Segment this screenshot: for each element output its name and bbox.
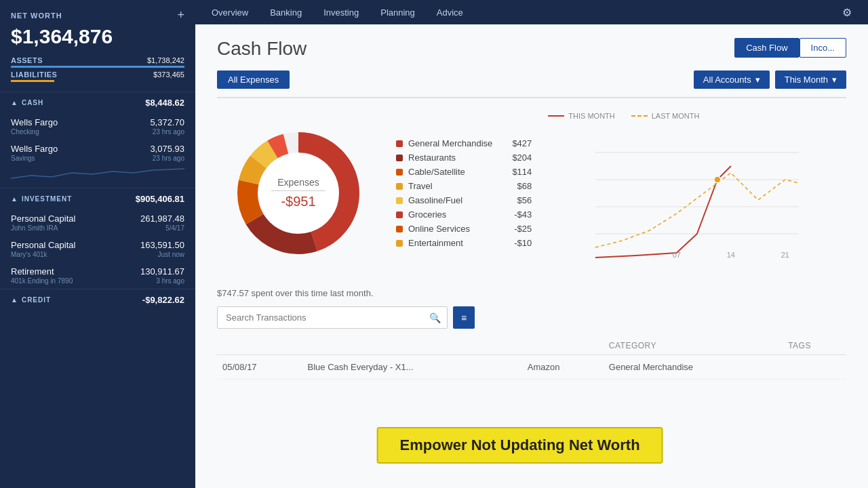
chevron-down-icon: ▾ (755, 75, 760, 85)
legend-name: Online Services (408, 224, 492, 234)
legend-name: Travel (408, 181, 492, 191)
liabilities-bar (11, 80, 54, 82)
this-month-dropdown[interactable]: This Month ▾ (775, 70, 846, 89)
personal-capital-401k[interactable]: Personal Capital Mary's 401k 163,591.50 … (0, 236, 195, 262)
wells-fargo-checking[interactable]: Wells Fargo Checking 5,372.70 23 hrs ago (0, 113, 195, 140)
cash-section: ▲ CASH $8,448.62 Wells Fargo Checking 5,… (0, 92, 195, 188)
last-month-label: LAST MONTH (652, 112, 700, 120)
cash-section-header[interactable]: ▲ CASH $8,448.62 (0, 92, 195, 113)
account-amount: 261,987.48 (140, 214, 184, 224)
legend-value: $56 (498, 195, 532, 205)
page-tab-buttons: Cash Flow Inco... (734, 38, 846, 58)
investment-arrow-icon: ▲ (11, 195, 18, 203)
legend-name: Groceries (408, 209, 492, 220)
sidebar: NET WORTH + $1,364,876 ASSETS $1,738,242… (0, 0, 195, 488)
top-navigation: Overview Banking Investing Planning Advi… (195, 0, 868, 24)
expense-legend: General Merchandise $427 Restaurants $20… (396, 112, 532, 274)
legend-item: Travel $68 (396, 181, 532, 191)
legend-name: Entertainment (408, 238, 492, 248)
credit-total: -$9,822.62 (142, 295, 184, 305)
svg-text:14: 14 (727, 251, 735, 259)
settings-icon[interactable]: ⚙ (842, 6, 852, 19)
all-accounts-dropdown[interactable]: All Accounts ▾ (694, 70, 770, 89)
liabilities-label: LIABILITIES (11, 70, 57, 79)
legend-item: Gasoline/Fuel $56 (396, 195, 532, 205)
legend-value: $114 (498, 167, 532, 177)
this-month-label: THIS MONTH (568, 112, 614, 120)
chart-area: Expenses -$951 General Merchandise $427 … (217, 112, 846, 274)
legend-value: -$43 (498, 209, 532, 220)
col-category: Category (604, 337, 783, 355)
investment-section: ▲ INVESTMENT $905,406.81 Personal Capita… (0, 188, 195, 289)
assets-value: $1,738,242 (147, 56, 184, 64)
cashflow-tab-button[interactable]: Cash Flow (734, 38, 799, 58)
nav-overview[interactable]: Overview (212, 2, 248, 23)
all-expenses-button[interactable]: All Expenses (217, 70, 290, 89)
search-input[interactable] (217, 306, 448, 329)
chevron-down-icon: ▾ (832, 75, 837, 85)
nav-investing[interactable]: Investing (323, 2, 359, 23)
donut-title: Expenses (271, 177, 326, 188)
donut-chart: Expenses -$951 (217, 112, 380, 274)
cash-arrow-icon: ▲ (11, 99, 18, 106)
credit-section: ▲ CREDIT -$9,822.62 (0, 289, 195, 310)
income-tab-button[interactable]: Inco... (800, 38, 846, 58)
account-sub: 401k Ending in 7890 (11, 277, 73, 285)
col-merchant (522, 337, 604, 355)
tx-description: Blue Cash Everyday - X1... (302, 355, 522, 380)
legend-item: Groceries -$43 (396, 209, 532, 220)
cash-total: $8,448.62 (145, 98, 184, 108)
investment-label: INVESTMENT (22, 195, 72, 203)
credit-section-header[interactable]: ▲ CREDIT -$9,822.62 (0, 289, 195, 310)
account-sub: Checking (11, 128, 58, 136)
nav-banking[interactable]: Banking (270, 2, 302, 23)
legend-dot (396, 211, 403, 218)
liabilities-value: $373,465 (153, 70, 184, 79)
tx-tags (783, 355, 846, 380)
account-name: Personal Capital (11, 240, 75, 250)
wells-fargo-savings[interactable]: Wells Fargo Savings 3,075.93 23 hrs ago (0, 140, 195, 166)
legend-dot (396, 155, 403, 161)
account-time: 23 hrs ago (150, 128, 184, 136)
legend-name: General Merchandise (408, 138, 492, 148)
tx-category: General Merchandise (604, 355, 783, 380)
account-name: Wells Fargo (11, 117, 58, 127)
table-row[interactable]: 05/08/17 Blue Cash Everyday - X1... Amaz… (217, 355, 846, 380)
retirement-401k[interactable]: Retirement 401k Ending in 7890 130,911.6… (0, 262, 195, 289)
svg-point-12 (714, 176, 721, 183)
filter-icon-button[interactable]: ≡ (453, 306, 475, 329)
account-amount: 3,075.93 (150, 144, 184, 154)
legend-name: Restaurants (408, 152, 492, 163)
legend-item: Restaurants $204 (396, 152, 532, 163)
nav-advice[interactable]: Advice (437, 2, 463, 23)
last-month-line-icon (631, 115, 648, 117)
credit-label: CREDIT (22, 296, 51, 304)
legend-dot (396, 169, 403, 176)
col-tags: Tags (783, 337, 846, 355)
assets-bar (11, 66, 184, 68)
personal-capital-ira[interactable]: Personal Capital John Smith IRA 261,987.… (0, 209, 195, 236)
svg-text:21: 21 (781, 251, 789, 259)
account-name: Retirement (11, 266, 73, 277)
account-time: Just now (140, 251, 184, 258)
this-month-line-icon (548, 115, 564, 117)
this-month-legend: THIS MONTH (548, 112, 614, 120)
cash-sparkline (11, 166, 184, 182)
search-bar: 🔍 ≡ (217, 306, 846, 329)
donut-value: -$951 (271, 194, 326, 209)
investment-section-header[interactable]: ▲ INVESTMENT $905,406.81 (0, 188, 195, 209)
account-time: 5/4/17 (140, 224, 184, 232)
assets-label: ASSETS (11, 56, 43, 64)
nav-planning[interactable]: Planning (380, 2, 415, 23)
legend-dot (396, 240, 403, 247)
account-name: Personal Capital (11, 214, 75, 224)
legend-value: $68 (498, 181, 532, 191)
banner: Empower Not Updating Net Worth (377, 427, 663, 464)
investment-total: $905,406.81 (136, 194, 184, 204)
legend-item: General Merchandise $427 (396, 138, 532, 148)
content-area: Cash Flow Cash Flow Inco... All Expenses… (195, 24, 868, 488)
legend-value: -$10 (498, 238, 532, 248)
add-account-button[interactable]: + (177, 8, 184, 22)
account-amount: 163,591.50 (140, 240, 184, 250)
account-name: Wells Fargo (11, 144, 58, 154)
